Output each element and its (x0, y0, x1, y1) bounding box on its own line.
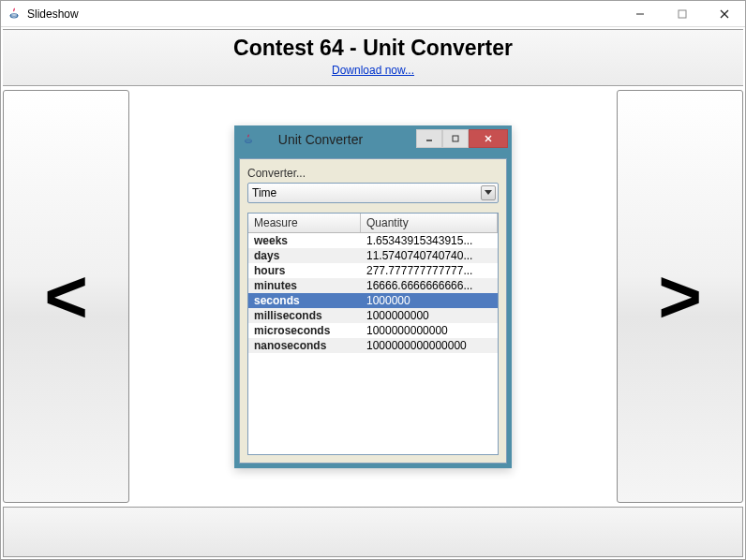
cell-measure: seconds (248, 293, 361, 308)
inner-close-button[interactable] (469, 129, 508, 148)
cell-quantity: 1000000000000000 (361, 338, 498, 353)
slideshow-window: Slideshow Contest 64 - Unit Converter Do… (0, 0, 746, 560)
next-slide-button[interactable]: > (617, 90, 743, 503)
inner-minimize-button[interactable] (416, 129, 442, 148)
svg-rect-2 (679, 10, 686, 18)
cell-quantity: 277.777777777777... (361, 263, 498, 278)
table-row[interactable]: minutes16666.6666666666... (248, 278, 498, 293)
inner-window-controls (416, 129, 508, 150)
column-quantity[interactable]: Quantity (361, 214, 498, 232)
cell-measure: nanoseconds (248, 338, 361, 353)
table-body: weeks1.65343915343915...days11.574074074… (248, 233, 498, 353)
prev-slide-button[interactable]: < (3, 90, 129, 503)
table-row[interactable]: days11.5740740740740... (248, 248, 498, 263)
svg-point-0 (10, 13, 18, 15)
conversion-table: Measure Quantity weeks1.65343915343915..… (247, 213, 499, 455)
cell-measure: microseconds (248, 323, 361, 338)
unit-converter-window: Unit Converter Converter.. (234, 125, 512, 468)
table-row[interactable]: milliseconds1000000000 (248, 308, 498, 323)
inner-window-title: Unit Converter (262, 132, 416, 147)
table-row[interactable]: seconds1000000 (248, 293, 498, 308)
header-panel: Contest 64 - Unit Converter Download now… (3, 29, 743, 86)
window-controls (619, 1, 745, 26)
cell-measure: days (248, 248, 361, 263)
table-row[interactable]: nanoseconds1000000000000000 (248, 338, 498, 353)
inner-maximize-button[interactable] (442, 129, 469, 148)
minimize-button[interactable] (619, 1, 661, 26)
table-row[interactable]: hours277.777777777777... (248, 263, 498, 278)
table-row[interactable]: microseconds1000000000000 (248, 323, 498, 338)
close-button[interactable] (703, 1, 745, 26)
cell-measure: weeks (248, 233, 361, 248)
cell-measure: hours (248, 263, 361, 278)
column-measure[interactable]: Measure (248, 214, 361, 232)
cell-quantity: 1000000000000 (361, 323, 498, 338)
svg-point-5 (246, 139, 252, 140)
cell-measure: minutes (248, 278, 361, 293)
table-row[interactable]: weeks1.65343915343915... (248, 233, 498, 248)
main-area: < Unit Converter (3, 90, 743, 503)
cell-quantity: 16666.6666666666... (361, 278, 498, 293)
converter-combo[interactable]: Time (247, 183, 499, 203)
java-icon (7, 7, 22, 22)
chevron-down-icon (481, 185, 496, 200)
converter-label: Converter... (247, 167, 499, 180)
inner-title-bar: Unit Converter (234, 125, 512, 154)
java-icon (242, 133, 255, 146)
table-header: Measure Quantity (248, 214, 498, 233)
slide-area: Unit Converter Converter.. (131, 90, 615, 503)
cell-quantity: 1.65343915343915... (361, 233, 498, 248)
inner-body: Converter... Time Measure Quantity weeks… (239, 158, 507, 464)
maximize-button[interactable] (661, 1, 703, 26)
cell-quantity: 1000000000 (361, 308, 498, 323)
cell-measure: milliseconds (248, 308, 361, 323)
window-title: Slideshow (27, 7, 79, 21)
download-link[interactable]: Download now... (332, 64, 414, 77)
cell-quantity: 1000000 (361, 293, 498, 308)
footer-panel (3, 507, 743, 557)
title-bar: Slideshow (1, 1, 745, 27)
cell-quantity: 11.5740740740740... (361, 248, 498, 263)
svg-rect-7 (453, 136, 458, 141)
page-title: Contest 64 - Unit Converter (3, 36, 743, 61)
combo-value: Time (252, 186, 276, 199)
